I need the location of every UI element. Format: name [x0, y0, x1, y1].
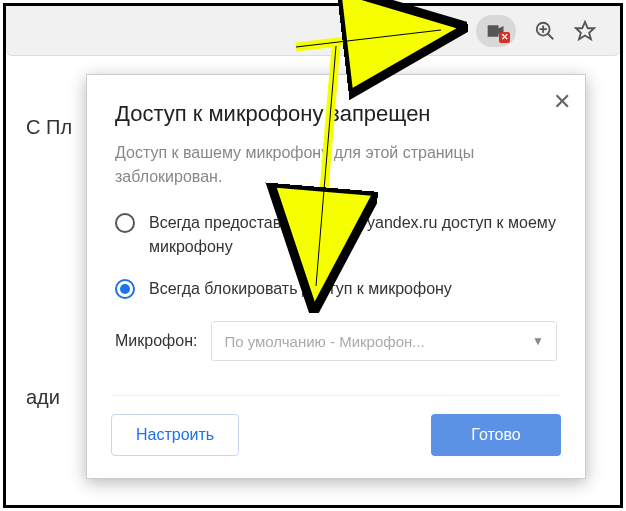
- radio-option-block[interactable]: Всегда блокировать доступ к микрофону: [115, 277, 557, 301]
- button-row: Настроить Готово: [111, 395, 561, 456]
- blocked-badge: ✕: [499, 32, 510, 43]
- zoom-in-icon[interactable]: [534, 20, 556, 42]
- mic-permission-popup: ✕ Доступ к микрофону запрещен Доступ к в…: [86, 74, 586, 479]
- mic-selector-row: Микрофон: По умолчанию - Микрофон... ▼: [115, 321, 557, 361]
- popup-title: Доступ к микрофону запрещен: [115, 101, 557, 127]
- camera-blocked-icon[interactable]: ✕: [476, 15, 516, 47]
- mic-selected-value: По умолчанию - Микрофон...: [224, 333, 424, 350]
- radio-button[interactable]: [115, 279, 135, 299]
- background-text: ади: [26, 386, 60, 409]
- mic-label: Микрофон:: [115, 332, 197, 350]
- background-text: С Пл: [26, 116, 72, 139]
- browser-toolbar: ✕: [6, 6, 620, 56]
- close-icon[interactable]: ✕: [553, 89, 571, 115]
- star-icon[interactable]: [574, 20, 596, 42]
- popup-description: Доступ к вашему микрофону для этой стран…: [115, 141, 557, 189]
- mic-dropdown[interactable]: По умолчанию - Микрофон... ▼: [211, 321, 557, 361]
- radio-group: Всегда предоставлять https://yandex.ru д…: [115, 211, 557, 301]
- chevron-down-icon: ▼: [532, 334, 544, 348]
- svg-line-1: [548, 33, 554, 39]
- svg-marker-4: [576, 21, 594, 38]
- configure-button[interactable]: Настроить: [111, 414, 239, 456]
- radio-label: Всегда блокировать доступ к микрофону: [149, 277, 452, 301]
- done-button[interactable]: Готово: [431, 414, 561, 456]
- radio-label: Всегда предоставлять https://yandex.ru д…: [149, 211, 557, 259]
- radio-button[interactable]: [115, 213, 135, 233]
- radio-option-allow[interactable]: Всегда предоставлять https://yandex.ru д…: [115, 211, 557, 259]
